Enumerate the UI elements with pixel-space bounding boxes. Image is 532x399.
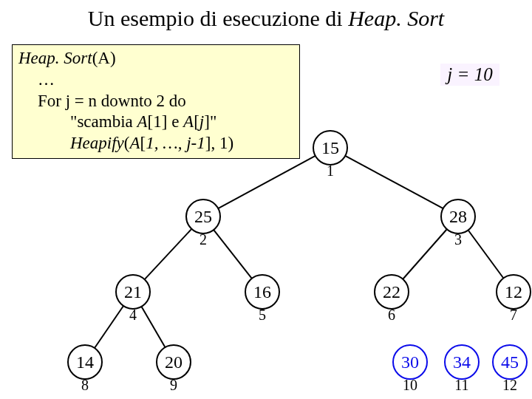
tree-node-value: 12 — [505, 282, 522, 301]
tree-node-value: 30 — [401, 352, 419, 372]
tree-edge — [95, 306, 123, 348]
tree-node: 28 — [441, 200, 475, 233]
heap-tree: 152528211622121420 303445 12345678910111… — [0, 0, 532, 399]
tree-node: 12 — [497, 275, 531, 309]
tree-node: 15 — [313, 131, 347, 165]
tree-node-value: 22 — [383, 282, 400, 301]
tree-node: 20 — [157, 345, 191, 379]
tree-node-value: 20 — [165, 352, 183, 372]
tree-node: 25 — [186, 200, 220, 233]
tree-edge — [403, 229, 447, 279]
tree-node: 30 — [393, 345, 427, 379]
tree-edge — [218, 156, 316, 208]
tree-node-value: 14 — [76, 352, 94, 372]
tree-node: 21 — [116, 275, 150, 309]
tree-node-index: 9 — [170, 377, 177, 393]
tree-node-index: 8 — [81, 377, 89, 393]
tree-node-value: 15 — [321, 138, 339, 157]
tree-edge — [145, 229, 192, 279]
tree-edge — [142, 307, 166, 347]
tree-node: 45 — [493, 345, 527, 379]
tree-node-index: 5 — [259, 307, 266, 323]
tree-node: 14 — [68, 345, 102, 379]
tree-node-index: 11 — [454, 377, 468, 393]
tree-node-value: 45 — [501, 352, 519, 372]
tree-node-value: 16 — [253, 282, 271, 301]
tree-edge — [468, 231, 504, 279]
tree-node-value: 28 — [449, 207, 467, 226]
tree-node-index: 4 — [129, 307, 137, 323]
tree-node: 34 — [445, 345, 479, 379]
tree-node-index: 12 — [502, 377, 517, 393]
tree-node-value: 34 — [453, 352, 471, 372]
tree-node-index: 2 — [200, 231, 207, 248]
tree-node-index: 7 — [510, 307, 517, 323]
tree-edge — [345, 156, 443, 208]
tree-edge — [214, 230, 252, 279]
tree-node-value: 25 — [194, 207, 212, 226]
tree-node-index: 10 — [403, 377, 417, 393]
tree-node-value: 21 — [124, 282, 142, 301]
tree-node-index: 1 — [327, 163, 334, 179]
tree-node: 16 — [245, 275, 279, 309]
tree-node: 22 — [375, 275, 409, 309]
tree-node-index: 3 — [454, 231, 462, 248]
tree-node-index: 6 — [388, 307, 395, 323]
